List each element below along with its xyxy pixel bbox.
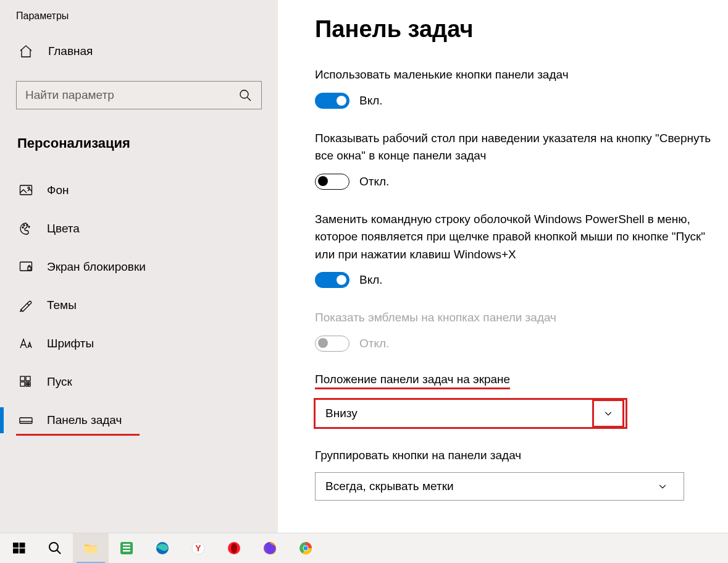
svg-rect-20 [20,549,25,554]
setting-text: Показывать рабочий стол при наведении ук… [315,130,714,165]
taskbar-search[interactable] [37,533,73,564]
combine-label: Группировать кнопки на панели задач [315,449,521,462]
taskbar-edge[interactable] [144,533,180,564]
svg-point-6 [28,226,30,227]
highlight-underline [16,434,140,436]
system-taskbar: Y [0,533,728,563]
dropdown-value: Всегда, скрывать метки [325,480,651,493]
sidebar-item-fonts[interactable]: Шрифты [16,324,262,363]
nav-label: Фон [47,184,69,197]
setting-powershell: Заменить командную строку оболочкой Wind… [315,211,714,289]
svg-point-21 [49,543,58,551]
setting-position: Положение панели задач на экране Внизу [315,373,714,428]
svg-rect-17 [13,543,19,548]
toggle-state: Вкл. [359,94,383,108]
setting-text: Заменить командную строку оболочкой Wind… [315,211,714,264]
taskbar-firefox[interactable] [252,533,288,564]
dropdown-combine[interactable]: Всегда, скрывать метки [315,472,684,501]
sidebar-item-colors[interactable]: Цвета [16,210,262,248]
themes-icon [19,298,33,313]
toggle-state: Вкл. [359,273,383,287]
sidebar-home[interactable]: Главная [16,39,262,64]
setting-combine: Группировать кнопки на панели задач Всег… [315,449,714,501]
sidebar-item-lockscreen[interactable]: Экран блокировки [16,248,262,286]
svg-point-2 [28,187,30,189]
category-title: Персонализация [17,135,262,151]
svg-rect-11 [20,382,25,386]
taskbar-yandex[interactable]: Y [180,533,216,564]
toggle-peek[interactable] [315,174,349,190]
nav-label: Панель задач [47,413,122,427]
svg-point-0 [240,90,248,98]
svg-rect-24 [123,544,130,546]
dropdown-position[interactable]: Внизу [315,399,626,428]
sidebar-item-start[interactable]: Пуск [16,363,262,401]
position-label: Положение панели задач на экране [315,373,510,389]
svg-rect-22 [85,546,97,553]
picture-icon [19,183,33,198]
page-title: Панель задач [315,16,714,43]
svg-rect-8 [28,267,31,270]
taskbar-opera[interactable] [216,533,252,564]
svg-rect-14 [26,384,28,386]
taskbar-start[interactable] [1,533,37,564]
svg-rect-12 [26,382,28,384]
svg-rect-16 [20,418,32,423]
chevron-down-icon [594,401,622,426]
chevron-down-icon [651,475,674,497]
nav-label: Шрифты [47,337,94,350]
toggle-powershell[interactable] [315,272,349,288]
dropdown-value: Внизу [325,407,594,420]
nav-label: Пуск [47,375,72,389]
svg-rect-9 [20,376,25,381]
sidebar-nav: Фон Цвета Экран блокировки Темы Шрифты [16,171,262,439]
start-icon [19,375,33,389]
home-icon [19,44,33,59]
setting-text: Использовать маленькие кнопки панели зад… [315,66,714,84]
search-icon [238,88,253,103]
nav-label: Темы [47,298,77,312]
taskbar-icon [19,413,33,428]
window-title: Параметры [0,0,278,22]
lockscreen-icon [19,260,33,274]
toggle-small-buttons[interactable] [315,93,349,109]
taskbar-explorer[interactable] [73,533,109,564]
setting-peek: Показывать рабочий стол при наведении ук… [315,130,714,190]
nav-label: Экран блокировки [47,260,146,274]
home-label: Главная [48,44,93,58]
setting-small-buttons: Использовать маленькие кнопки панели зад… [315,66,714,109]
sidebar: Параметры Главная Персонализация Фон [0,0,278,533]
setting-badges: Показать эмблемы на кнопках панели задач… [315,309,714,352]
svg-point-31 [231,543,237,553]
svg-rect-13 [28,382,30,384]
svg-rect-15 [28,384,30,386]
svg-rect-26 [123,550,130,552]
fonts-icon [19,336,33,351]
svg-rect-19 [13,549,19,554]
toggle-state: Откл. [359,175,389,188]
setting-text: Показать эмблемы на кнопках панели задач [315,309,714,327]
svg-rect-25 [123,547,130,549]
palette-icon [19,221,33,236]
nav-label: Цвета [47,222,80,235]
sidebar-item-background[interactable]: Фон [16,171,262,210]
taskbar-app-green[interactable] [109,533,144,564]
svg-point-3 [22,227,23,228]
svg-point-35 [304,546,308,551]
toggle-badges [315,336,349,352]
taskbar-chrome[interactable] [288,533,324,564]
sidebar-item-taskbar[interactable]: Панель задач [16,401,262,439]
sidebar-item-themes[interactable]: Темы [16,286,262,324]
svg-rect-18 [20,543,25,548]
svg-text:Y: Y [195,543,201,553]
svg-rect-10 [26,376,30,381]
search-input[interactable] [16,81,262,109]
svg-point-4 [23,225,25,226]
content-area: Панель задач Использовать маленькие кноп… [278,0,728,533]
search-field[interactable] [25,88,238,102]
toggle-state: Откл. [359,337,389,350]
